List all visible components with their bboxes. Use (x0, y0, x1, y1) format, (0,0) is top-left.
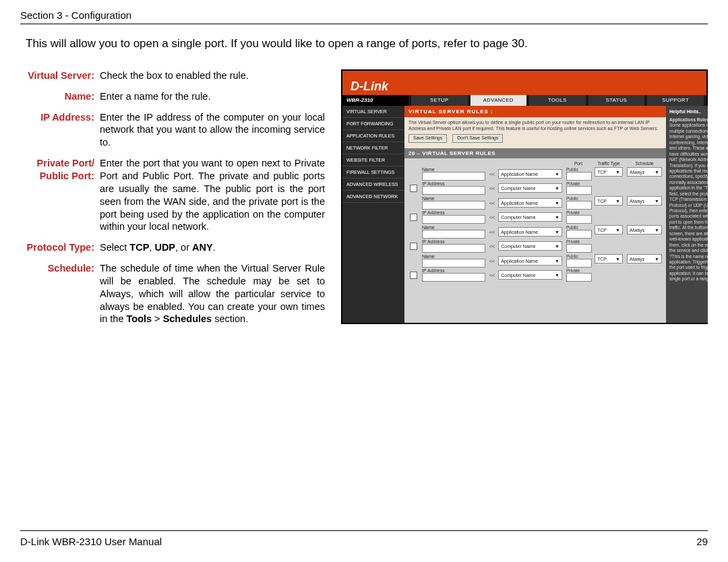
row-ip-label: IP Address (422, 268, 484, 273)
application-name-select[interactable]: Application Name▼ (498, 198, 562, 208)
computer-name-select[interactable]: Computer Name▼ (498, 270, 562, 280)
private-port-input[interactable] (566, 273, 592, 282)
computer-name-select[interactable]: Computer Name▼ (498, 212, 562, 222)
copy-computer-button[interactable]: << (488, 215, 496, 220)
def-text: Check the box to enabled the rule. (100, 69, 325, 82)
name-input[interactable] (422, 172, 485, 181)
ip-address-input[interactable] (422, 215, 485, 224)
row-name-label: Name (422, 167, 484, 172)
ip-address-input[interactable] (422, 244, 485, 253)
name-input[interactable] (422, 201, 485, 210)
name-input[interactable] (422, 230, 485, 239)
ip-address-input[interactable] (422, 186, 485, 195)
col-schedule: Schedule (627, 161, 662, 166)
def-text: Enter the IP address of the computer on … (100, 111, 325, 150)
def-text: Enter a name for the rule. (100, 90, 325, 103)
public-port-input[interactable] (566, 201, 592, 210)
traffic-type-select[interactable]: TCP▼ (595, 167, 623, 177)
save-settings-button[interactable]: Save Settings (408, 134, 447, 143)
sidebar-item-website-filter[interactable]: WEBSITE FILTER (342, 154, 404, 166)
traffic-type-select[interactable]: TCP▼ (595, 254, 623, 263)
definitions-list: Virtual Server: Check the box to enabled… (20, 69, 325, 334)
footer-manual-title: D-Link WBR-2310 User Manual (20, 536, 162, 547)
sidebar-item-advanced-network[interactable]: ADVANCED NETWORK (342, 191, 404, 203)
sidebar: VIRTUAL SERVER PORT FORWARDING APPLICATI… (342, 106, 404, 323)
copy-computer-button[interactable]: << (488, 244, 496, 249)
public-label: Public (566, 225, 590, 230)
public-port-input[interactable] (566, 230, 592, 239)
private-port-input[interactable] (566, 186, 592, 195)
sidebar-item-advanced-wireless[interactable]: ADVANCED WIRELESS (342, 179, 404, 191)
computer-name-select[interactable]: Computer Name▼ (498, 241, 562, 251)
def-text: Select TCP, UDP, or ANY. (100, 241, 325, 254)
application-name-select[interactable]: Application Name▼ (498, 169, 562, 179)
copy-app-button[interactable]: << (488, 230, 496, 235)
schedule-select[interactable]: Always▼ (627, 196, 662, 206)
tab-status[interactable]: STATUS (588, 95, 645, 106)
public-port-input[interactable] (566, 259, 592, 268)
grid-title: 20 – VIRTUAL SERVER RULES (404, 148, 666, 158)
private-port-input[interactable] (566, 215, 592, 224)
tab-setup[interactable]: SETUP (411, 95, 468, 106)
traffic-type-select[interactable]: TCP▼ (595, 196, 623, 206)
hints-subtitle: Applications Rules : (669, 117, 708, 123)
tab-support[interactable]: SUPPORT (647, 95, 704, 106)
row-name-label: Name (422, 254, 484, 259)
public-label: Public (566, 167, 590, 172)
sidebar-item-firewall-settings[interactable]: FIREWALL SETTINGS (342, 166, 404, 179)
computer-name-select[interactable]: Computer Name▼ (498, 183, 562, 193)
copy-computer-button[interactable]: << (488, 186, 496, 191)
copy-app-button[interactable]: << (488, 201, 496, 206)
helpful-hints-panel: Helpful Hints.. Applications Rules : Som… (666, 106, 708, 323)
copy-app-button[interactable]: << (488, 172, 496, 177)
name-input[interactable] (422, 259, 485, 268)
footer-divider (20, 530, 708, 531)
traffic-type-select[interactable]: TCP▼ (595, 225, 623, 235)
private-label: Private (566, 210, 590, 215)
private-label: Private (566, 268, 590, 273)
private-label: Private (566, 181, 590, 186)
tab-tools[interactable]: TOOLS (529, 95, 586, 106)
copy-computer-button[interactable]: << (488, 273, 496, 278)
model-label: WBR-2310 (342, 95, 408, 106)
row-ip-label: IP Address (422, 181, 484, 186)
public-label: Public (566, 196, 590, 201)
row-name-label: Name (422, 196, 484, 201)
dont-save-settings-button[interactable]: Don't Save Settings (452, 134, 503, 143)
router-ui-screenshot: D-Link WBR-2310 SETUP ADVANCED TOOLS STA… (341, 69, 708, 324)
enable-rule-checkbox[interactable] (410, 185, 417, 192)
schedule-select[interactable]: Always▼ (627, 254, 662, 263)
def-label-protocol-type: Protocol Type: (20, 241, 100, 254)
def-label-schedule: Schedule: (20, 262, 100, 325)
tab-advanced[interactable]: ADVANCED (471, 95, 527, 106)
enable-rule-checkbox[interactable] (410, 272, 417, 279)
sidebar-item-port-forwarding[interactable]: PORT FORWARDING (342, 118, 404, 130)
schedule-select[interactable]: Always▼ (627, 167, 662, 177)
def-text: The schedule of time when the Virtual Se… (100, 262, 325, 325)
enable-rule-checkbox[interactable] (410, 243, 417, 250)
footer-page-number: 29 (696, 536, 708, 547)
public-port-input[interactable] (566, 172, 592, 181)
intro-text: This will allow you to open a single por… (26, 36, 708, 52)
rules-description: The Virtual Server option allows you to … (404, 117, 666, 148)
schedule-select[interactable]: Always▼ (627, 225, 662, 235)
application-name-select[interactable]: Application Name▼ (498, 256, 562, 266)
rules-grid: Port Traffic Type Schedule Name << Appli… (404, 158, 666, 323)
enable-rule-checkbox[interactable] (410, 214, 417, 221)
def-label-virtual-server: Virtual Server: (20, 69, 100, 82)
rules-desc-text: The Virtual Server option allows you to … (408, 120, 658, 131)
sidebar-item-application-rules[interactable]: APPLICATION RULES (342, 130, 404, 142)
def-label-name: Name: (20, 90, 100, 103)
private-port-input[interactable] (566, 244, 592, 253)
col-port: Port (566, 161, 590, 166)
sidebar-item-virtual-server[interactable]: VIRTUAL SERVER (342, 106, 404, 118)
ip-address-input[interactable] (422, 273, 485, 282)
rules-title-bar: VIRTUAL SERVER RULES : (404, 106, 666, 117)
section-header: Section 3 - Configuration (20, 9, 708, 24)
row-name-label: Name (422, 225, 484, 230)
copy-app-button[interactable]: << (488, 259, 496, 263)
application-name-select[interactable]: Application Name▼ (498, 227, 562, 237)
private-label: Private (566, 239, 590, 244)
sidebar-item-network-filter[interactable]: NETWORK FILTER (342, 142, 404, 154)
hints-body: Some applications require multiple conne… (669, 123, 708, 282)
